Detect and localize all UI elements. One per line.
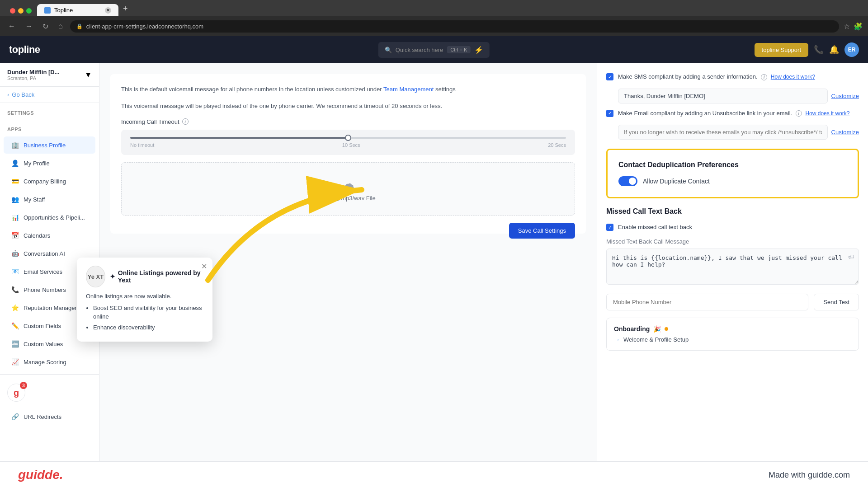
email-how-link[interactable]: How does it work? bbox=[805, 110, 849, 117]
sms-how-link[interactable]: How does it work? bbox=[771, 74, 815, 80]
mobile-phone-input[interactable] bbox=[606, 294, 808, 310]
bookmark-button[interactable]: ☆ bbox=[844, 22, 850, 31]
sidebar-item-label: Company Billing bbox=[24, 178, 66, 185]
sidebar-item-url-redirects[interactable]: 🔗 URL Redirects bbox=[4, 408, 95, 425]
opportunities-icon: 📊 bbox=[11, 213, 19, 221]
manage-scoring-icon: 📈 bbox=[11, 358, 19, 366]
save-call-settings-button[interactable]: Save Call Settings bbox=[509, 223, 575, 239]
account-selector[interactable]: Dunder Mifflin [D... Scranton, PA ▼ bbox=[0, 63, 99, 87]
chevron-down-icon: ▼ bbox=[85, 71, 92, 79]
sms-compliance-checkbox[interactable]: ✓ bbox=[606, 73, 613, 80]
tab-close-button[interactable]: ✕ bbox=[105, 7, 111, 14]
email-customize-link[interactable]: Customize bbox=[831, 129, 859, 136]
onboarding-setup-link[interactable]: → Welcome & Profile Setup bbox=[614, 336, 851, 343]
text-back-message-input[interactable] bbox=[606, 249, 859, 285]
back-button[interactable]: ‹ Go Back bbox=[0, 87, 99, 103]
browser-tabs: Topline ✕ + bbox=[0, 0, 868, 16]
email-compliance-checkbox[interactable]: ✓ bbox=[606, 110, 613, 117]
sms-customize-link[interactable]: Customize bbox=[831, 93, 859, 99]
sidebar-item-label: Opportunities & Pipeli... bbox=[24, 214, 85, 221]
voicemail-description-2: This voicemail message will be played in… bbox=[121, 102, 575, 111]
tab-favicon bbox=[44, 7, 51, 14]
app-header: topline 🔍 Quick search here Ctrl + K ⚡ t… bbox=[0, 36, 868, 63]
enable-missed-call-checkbox[interactable]: ✓ bbox=[606, 224, 613, 231]
back-button[interactable]: ← bbox=[5, 20, 18, 32]
sidebar-bottom-area: g 3 bbox=[0, 378, 99, 407]
text-back-input-wrapper: 🏷 bbox=[606, 249, 859, 286]
onboarding-status-dot bbox=[665, 327, 668, 331]
calendars-icon: 📅 bbox=[11, 231, 19, 239]
notification-bell-button[interactable]: 🔔 bbox=[829, 45, 839, 55]
sms-info-icon[interactable]: i bbox=[761, 74, 767, 80]
upload-link[interactable]: Upload bbox=[321, 195, 339, 202]
guidde-badge: 3 bbox=[20, 382, 27, 389]
my-staff-icon: 👥 bbox=[11, 195, 19, 203]
sidebar-item-company-billing[interactable]: 💳 Company Billing bbox=[4, 173, 95, 190]
address-bar[interactable]: 🔒 client-app-crm-settings.leadconnectorh… bbox=[70, 20, 839, 33]
popup-bullet-list: Boost SEO and visibility for your busine… bbox=[93, 304, 203, 332]
browser-tab[interactable]: Topline ✕ bbox=[37, 4, 118, 16]
email-compliance-input[interactable] bbox=[618, 125, 828, 140]
sidebar-item-manage-scoring[interactable]: 📈 Manage Scoring bbox=[4, 353, 95, 371]
forward-button[interactable]: → bbox=[23, 20, 35, 32]
upload-area[interactable]: ☁ Upload mp3/wav File bbox=[121, 162, 575, 216]
close-traffic-light[interactable] bbox=[10, 8, 15, 14]
slider-label-20s: 20 Secs bbox=[548, 142, 566, 148]
onboarding-emoji: 🎉 bbox=[653, 325, 661, 333]
dedup-row: Allow Duplicate Contact bbox=[618, 176, 847, 186]
slider-fill bbox=[130, 137, 348, 139]
extensions-button[interactable]: 🧩 bbox=[854, 22, 863, 31]
browser-actions: ☆ 🧩 bbox=[844, 22, 863, 31]
url-text: client-app-crm-settings.leadconnectorhq.… bbox=[86, 23, 203, 30]
app-body: Dunder Mifflin [D... Scranton, PA ▼ ‹ Go… bbox=[0, 63, 868, 488]
enable-missed-call-label: Enable missed call text back bbox=[618, 224, 692, 230]
sms-compliance-input[interactable] bbox=[618, 89, 828, 103]
phone-test-row: Send Test bbox=[606, 294, 859, 310]
new-tab-button[interactable]: + bbox=[118, 1, 132, 16]
voicemail-description: This is the default voicemail message fo… bbox=[121, 85, 575, 94]
sidebar-item-label: Phone Numbers bbox=[24, 286, 66, 293]
sidebar-item-opportunities[interactable]: 📊 Opportunities & Pipeli... bbox=[4, 209, 95, 226]
email-input-row: Customize bbox=[618, 125, 859, 140]
user-avatar[interactable]: ER bbox=[844, 42, 859, 57]
email-info-icon[interactable]: i bbox=[796, 110, 802, 117]
minimize-traffic-light[interactable] bbox=[18, 8, 24, 14]
timeout-info-icon[interactable]: i bbox=[182, 118, 189, 125]
search-placeholder: Quick search here bbox=[396, 47, 443, 53]
sidebar-item-label: Calendars bbox=[24, 232, 50, 239]
sidebar-item-my-profile[interactable]: 👤 My Profile bbox=[4, 155, 95, 172]
incoming-call-timeout: Incoming Call Timeout i No timeout 10 Se… bbox=[121, 118, 575, 155]
allow-duplicate-toggle[interactable] bbox=[618, 176, 637, 186]
email-compliance-item: ✓ Make Email compliant by adding an Unsu… bbox=[606, 109, 859, 118]
sidebar-item-business-profile[interactable]: 🏢 Business Profile bbox=[4, 136, 95, 154]
sidebar-item-label: Manage Scoring bbox=[24, 359, 66, 366]
account-location: Scranton, PA bbox=[7, 75, 60, 81]
sidebar-item-calendars[interactable]: 📅 Calendars bbox=[4, 227, 95, 244]
enable-missed-call-row: ✓ Enable missed call text back bbox=[606, 223, 859, 231]
slider-labels: No timeout 10 Secs 20 Secs bbox=[130, 142, 566, 148]
upload-icon: ☁ bbox=[135, 176, 561, 191]
sidebar-item-label: Custom Values bbox=[24, 341, 63, 347]
yext-popup: ✕ Ye XT ✦ Online Listings powered by Yex… bbox=[77, 258, 212, 342]
voicemail-section: This is the default voicemail message fo… bbox=[110, 74, 586, 234]
header-search[interactable]: 🔍 Quick search here Ctrl + K ⚡ bbox=[378, 42, 490, 58]
company-billing-icon: 💳 bbox=[11, 177, 19, 185]
maximize-traffic-light[interactable] bbox=[26, 8, 32, 14]
sidebar-item-label: Custom Fields bbox=[24, 323, 61, 329]
refresh-button[interactable]: ↻ bbox=[40, 20, 51, 33]
traffic-lights bbox=[5, 5, 37, 16]
textarea-edit-icon: 🏷 bbox=[848, 253, 854, 260]
onboarding-panel: Onboarding 🎉 → Welcome & Profile Setup bbox=[606, 318, 859, 351]
sidebar-item-my-staff[interactable]: 👥 My Staff bbox=[4, 191, 95, 208]
team-management-link[interactable]: Team Management bbox=[383, 86, 434, 93]
popup-close-button[interactable]: ✕ bbox=[201, 262, 207, 271]
custom-values-icon: 🔤 bbox=[11, 340, 19, 348]
send-test-button[interactable]: Send Test bbox=[814, 294, 859, 310]
reputation-icon: ⭐ bbox=[11, 304, 19, 312]
sidebar-item-label: Email Services bbox=[24, 268, 62, 275]
sidebar-item-label: URL Redirects bbox=[24, 413, 61, 420]
support-button[interactable]: topline Support bbox=[755, 43, 808, 57]
home-button[interactable]: ⌂ bbox=[56, 20, 66, 32]
slider-thumb[interactable] bbox=[345, 135, 351, 141]
phone-icon-button[interactable]: 📞 bbox=[814, 45, 824, 55]
